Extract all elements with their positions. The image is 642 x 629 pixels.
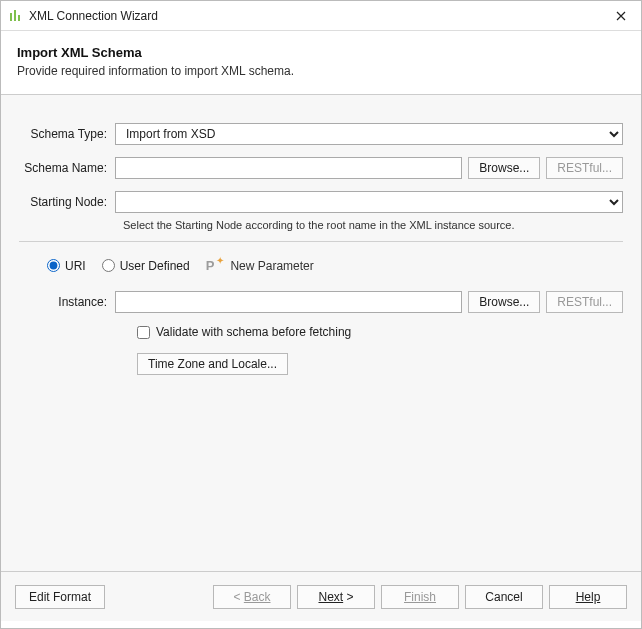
star-icon: ✦ <box>216 255 224 266</box>
instance-restful-button[interactable]: RESTful... <box>546 291 623 313</box>
wizard-header: Import XML Schema Provide required infor… <box>1 31 641 95</box>
svg-rect-0 <box>10 13 12 21</box>
parameter-icon: P <box>206 258 215 273</box>
radio-user-defined-input[interactable] <box>102 259 115 272</box>
page-title: Import XML Schema <box>17 45 625 60</box>
starting-node-hint: Select the Starting Node according to th… <box>123 219 623 231</box>
help-button[interactable]: Help <box>549 585 627 609</box>
radio-uri[interactable]: URI <box>47 259 86 273</box>
instance-label: Instance: <box>19 295 115 309</box>
schema-browse-button[interactable]: Browse... <box>468 157 540 179</box>
wizard-content: Schema Type: Import from XSD Schema Name… <box>1 95 641 571</box>
radio-uri-input[interactable] <box>47 259 60 272</box>
instance-browse-button[interactable]: Browse... <box>468 291 540 313</box>
svg-rect-2 <box>18 15 20 21</box>
close-icon[interactable] <box>609 4 633 28</box>
validate-label: Validate with schema before fetching <box>156 325 351 339</box>
source-radio-group: URI User Defined P✦ New Parameter <box>47 258 623 273</box>
instance-input[interactable] <box>115 291 462 313</box>
schema-name-label: Schema Name: <box>19 161 115 175</box>
app-icon <box>9 9 23 23</box>
radio-uri-label: URI <box>65 259 86 273</box>
radio-user-defined[interactable]: User Defined <box>102 259 190 273</box>
schema-type-select[interactable]: Import from XSD <box>115 123 623 145</box>
finish-button[interactable]: Finish <box>381 585 459 609</box>
next-button[interactable]: Next > <box>297 585 375 609</box>
back-button[interactable]: < Back <box>213 585 291 609</box>
radio-user-defined-label: User Defined <box>120 259 190 273</box>
page-subtitle: Provide required information to import X… <box>17 64 625 78</box>
edit-format-button[interactable]: Edit Format <box>15 585 105 609</box>
svg-rect-1 <box>14 10 16 21</box>
window-title: XML Connection Wizard <box>29 9 609 23</box>
separator <box>19 241 623 242</box>
schema-type-label: Schema Type: <box>19 127 115 141</box>
schema-restful-button[interactable]: RESTful... <box>546 157 623 179</box>
schema-name-input[interactable] <box>115 157 462 179</box>
new-parameter-button[interactable]: P✦ New Parameter <box>206 258 314 273</box>
starting-node-select[interactable] <box>115 191 623 213</box>
starting-node-label: Starting Node: <box>19 195 115 209</box>
new-parameter-label: New Parameter <box>230 259 313 273</box>
titlebar: XML Connection Wizard <box>1 1 641 31</box>
timezone-locale-button[interactable]: Time Zone and Locale... <box>137 353 288 375</box>
wizard-footer: Edit Format < Back Next > Finish Cancel … <box>1 571 641 621</box>
validate-checkbox[interactable] <box>137 326 150 339</box>
cancel-button[interactable]: Cancel <box>465 585 543 609</box>
